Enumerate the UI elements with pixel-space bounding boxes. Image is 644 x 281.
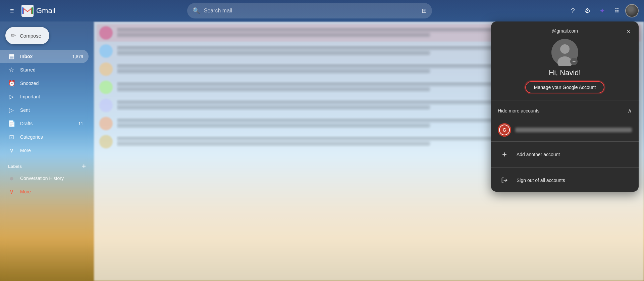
more-bottom-label: More (20, 189, 83, 194)
help-button[interactable]: ? (566, 4, 580, 17)
star-icon: ☆ (8, 66, 15, 74)
secondary-account-avatar: G (498, 123, 511, 137)
sidebar-item-drafts[interactable]: 📄 Drafts 11 (0, 117, 89, 130)
panel-greeting: Hi, Navid! (549, 68, 581, 77)
panel-main-avatar: ✏ (551, 39, 578, 66)
panel-divider-3 (491, 167, 639, 168)
add-account-row[interactable]: + Add another account (491, 143, 639, 166)
settings-icon: ⚙ (585, 7, 591, 15)
email-preview (117, 51, 430, 55)
email-preview (117, 69, 430, 73)
sidebar-item-snoozed[interactable]: ⏰ Snoozed (0, 77, 89, 90)
secondary-account-row[interactable]: G (491, 120, 639, 140)
panel-header: @gmail.com × (491, 21, 639, 34)
account-panel: @gmail.com × ✏ Hi, Navid! Manage your Go… (491, 21, 639, 192)
hide-accounts-row[interactable]: Hide more accounts ∧ (491, 102, 639, 120)
drafts-icon: 📄 (8, 120, 15, 127)
manage-account-button[interactable]: Manage your Google Account (525, 81, 604, 93)
email-avatar (99, 81, 113, 94)
sign-out-label: Sign out of all accounts (517, 178, 565, 183)
more-top-label: More (20, 148, 83, 153)
panel-avatar-area: ✏ Hi, Navid! Manage your Google Account (491, 34, 639, 99)
important-label: Important (20, 94, 83, 99)
email-avatar (99, 44, 113, 58)
add-account-icon: + (498, 148, 511, 161)
hamburger-button[interactable]: ☰ (5, 4, 19, 17)
panel-close-button[interactable]: × (623, 26, 635, 38)
sidebar-item-conversation-history[interactable]: ⬤ Conversation History (0, 172, 89, 185)
sidebar-item-categories[interactable]: ⊡ Categories (0, 130, 89, 144)
hide-accounts-label: Hide more accounts (498, 108, 540, 113)
sidebar-item-more-top[interactable]: ∨ More (0, 144, 89, 157)
search-bar[interactable]: 🔍 Search mail ⊞ (187, 3, 432, 18)
apps-icon: ⠿ (614, 7, 620, 15)
sent-icon: ▷ (8, 106, 15, 114)
email-avatar (99, 135, 113, 148)
inbox-badge: 1,879 (72, 54, 83, 59)
labels-add-button[interactable]: + (82, 162, 86, 170)
email-preview (117, 105, 430, 109)
compose-button[interactable]: ✏ Compose (5, 27, 49, 44)
account-avatar-button[interactable] (625, 4, 639, 17)
more-bottom-icon: ∨ (8, 188, 15, 195)
sidebar-item-important[interactable]: ▷ Important (0, 90, 89, 103)
snoozed-icon: ⏰ (8, 80, 15, 87)
manage-account-label: Manage your Google Account (534, 85, 596, 90)
topbar-actions: ? ⚙ ✦ ⠿ (566, 4, 639, 17)
sidebar-item-more-bottom[interactable]: ∨ More (0, 185, 89, 198)
email-avatar (99, 62, 113, 76)
gmail-text-label: Gmail (36, 6, 55, 15)
svg-point-2 (560, 44, 570, 54)
email-avatar (99, 99, 113, 112)
panel-divider-2 (491, 141, 639, 142)
close-icon: × (627, 28, 631, 36)
email-avatar (99, 26, 113, 40)
sidebar-item-sent[interactable]: ▷ Sent (0, 103, 89, 117)
conversation-history-icon: ⬤ (8, 177, 15, 180)
drafts-label: Drafts (20, 121, 73, 126)
sidebar: ✏ Compose ▤ Inbox 1,879 ☆ Starred ⏰ Snoo… (0, 21, 94, 281)
labels-section: Labels + (0, 157, 94, 172)
sidebar-item-inbox[interactable]: ▤ Inbox 1,879 (0, 50, 89, 63)
email-preview (117, 142, 430, 146)
settings-button[interactable]: ⚙ (581, 4, 594, 17)
conversation-history-label: Conversation History (20, 176, 83, 181)
filter-icon[interactable]: ⊞ (422, 7, 427, 14)
apps-button[interactable]: ⠿ (610, 4, 624, 17)
avatar-edit-button[interactable]: ✏ (570, 58, 578, 65)
drafts-badge: 11 (78, 121, 83, 126)
menu-icon: ☰ (10, 8, 14, 13)
email-avatar (99, 117, 113, 130)
categories-icon: ⊡ (8, 133, 15, 141)
important-icon: ▷ (8, 93, 15, 100)
sign-out-icon (498, 174, 511, 187)
secondary-account-email (515, 128, 632, 132)
panel-divider-1 (491, 100, 639, 100)
help-icon: ? (571, 7, 575, 15)
search-input[interactable]: Search mail (204, 8, 418, 14)
compose-label: Compose (20, 33, 41, 39)
sent-label: Sent (20, 107, 83, 113)
email-preview (117, 124, 430, 128)
snoozed-label: Snoozed (20, 81, 83, 86)
gemini-button[interactable]: ✦ (596, 4, 609, 17)
email-preview (117, 87, 430, 91)
compose-icon: ✏ (11, 32, 16, 39)
gmail-m-logo (21, 5, 34, 17)
email-preview (117, 33, 430, 37)
logo-area: Gmail (21, 5, 55, 17)
add-account-label: Add another account (517, 152, 560, 157)
gemini-icon: ✦ (599, 7, 605, 15)
chevron-up-icon: ∧ (628, 107, 632, 114)
inbox-label: Inbox (20, 54, 67, 59)
inbox-icon: ▤ (8, 53, 15, 60)
categories-label: Categories (20, 134, 83, 140)
panel-email: @gmail.com (498, 28, 632, 34)
secondary-avatar-letter: G (503, 127, 506, 133)
labels-heading: Labels (8, 164, 22, 169)
search-icon: 🔍 (193, 7, 200, 14)
sign-out-row[interactable]: Sign out of all accounts (491, 169, 639, 192)
topbar: ☰ Gmail 🔍 Search mail ⊞ ? ⚙ (0, 0, 644, 21)
starred-label: Starred (20, 67, 83, 73)
sidebar-item-starred[interactable]: ☆ Starred (0, 63, 89, 77)
